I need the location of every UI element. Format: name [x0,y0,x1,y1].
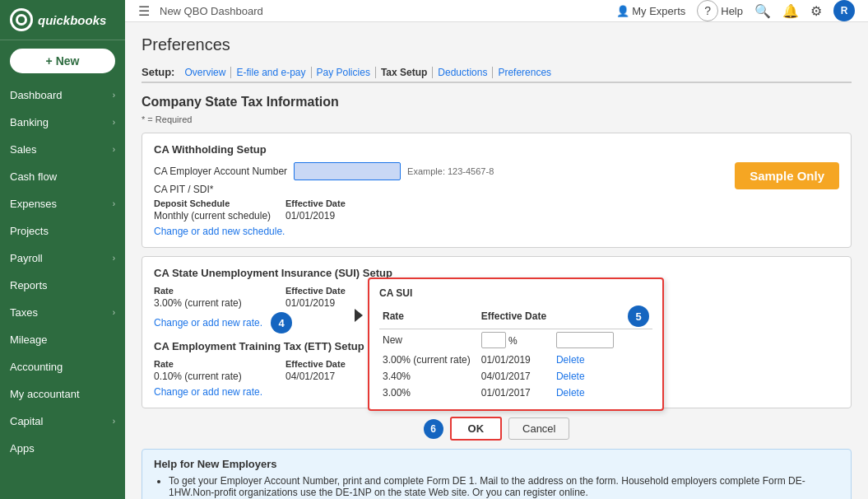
sidebar: quickbooks + New Dashboard › Banking › S… [0,0,125,499]
sui-rate-cell: 3.00% [379,385,478,401]
sidebar-item-dashboard[interactable]: Dashboard › [0,82,125,109]
deposit-schedule-header: Deposit Schedule [154,198,285,208]
sui-date-cell: 01/01/2017 [478,385,553,401]
sui-date-cell: 01/01/2019 [478,352,553,368]
logo-area: quickbooks [0,0,125,40]
sidebar-item-cashflow[interactable]: Cash flow [0,163,125,190]
help-box-list: To get your Employer Account Number, pri… [154,475,839,499]
ca-withholding-left: CA Employer Account Number Example: 123-… [154,162,726,237]
tab-overview[interactable]: Overview [179,67,231,78]
sui-popup-table: Rate Effective Date 5 Ne [379,304,652,401]
my-experts-link[interactable]: 👤 My Experts [616,5,685,17]
sui-table-row: 3.00% 01/01/2017 Delete [379,385,652,401]
tab-preferences[interactable]: Preferences [493,67,556,78]
gear-icon[interactable]: ⚙ [810,3,822,19]
sidebar-item-reports[interactable]: Reports [0,272,125,299]
chevron-right-icon: › [113,199,115,208]
popup-rate-header: Rate [379,304,478,329]
sidebar-item-taxes[interactable]: Taxes › [0,299,125,326]
sidebar-item-sales[interactable]: Sales › [0,136,125,163]
delete-link-2[interactable]: Delete [556,387,585,399]
ok-cancel-row: 6 OK Cancel [142,417,852,441]
badge-six: 6 [424,419,443,439]
main-content: ☰ New QBO Dashboard 👤 My Experts ? Help … [125,0,868,499]
sidebar-item-payroll[interactable]: Payroll › [0,245,125,272]
ett-rate-header: Rate [154,359,285,369]
sidebar-item-label: Mileage [10,333,48,346]
new-button[interactable]: + New [10,49,115,73]
topbar-icons: 👤 My Experts ? Help 🔍 🔔 ⚙ R [616,0,855,21]
sidebar-item-label: Apps [10,442,35,455]
sidebar-item-apps[interactable]: Apps [0,435,125,462]
sui-table-row: 3.40% 04/01/2017 Delete [379,368,652,385]
employer-account-label: CA Employer Account Number [154,166,287,177]
sidebar-item-capital[interactable]: Capital › [0,408,125,435]
new-rate-input[interactable] [481,332,506,348]
question-icon: ? [697,0,718,21]
delete-link-1[interactable]: Delete [556,371,585,382]
sidebar-item-projects[interactable]: Projects [0,217,125,245]
sidebar-item-expenses[interactable]: Expenses › [0,190,125,217]
sidebar-item-mileage[interactable]: Mileage [0,326,125,353]
pit-sdi-row: CA PIT / SDI* [154,184,726,195]
employer-account-input[interactable] [294,162,401,180]
popup-date-header: Effective Date [478,304,553,329]
sidebar-item-label: Banking [10,116,49,128]
new-label: New [383,334,402,346]
person-icon: 👤 [616,5,629,17]
effective-date-value: 01/01/2019 [285,210,384,222]
effective-date-header: Effective Date [285,198,384,208]
change-schedule-link[interactable]: Change or add new schedule. [154,226,285,237]
schedule-value: Monthly (current schedule) [154,210,285,222]
bell-icon[interactable]: 🔔 [782,3,799,19]
tab-efile[interactable]: E-file and e-pay [231,67,311,78]
ca-withholding-title: CA Withholding Setup [154,143,839,156]
delete-link-0[interactable]: Delete [556,354,585,366]
ett-change-link[interactable]: Change or add new rate. [154,386,262,398]
sample-only-button[interactable]: Sample Only [735,162,839,189]
chevron-right-icon: › [113,308,115,317]
pct-symbol: % [508,335,518,347]
tab-deductions[interactable]: Deductions [433,67,493,78]
sidebar-item-label: Payroll [10,252,43,264]
hamburger-icon[interactable]: ☰ [138,3,150,19]
cancel-button[interactable]: Cancel [508,417,569,440]
sidebar-item-label: My accountant [10,388,80,400]
tab-pay-policies[interactable]: Pay Policies [312,67,376,78]
chevron-right-icon: › [113,118,115,127]
chevron-right-icon: › [113,254,115,263]
sui-rate-cell: 3.00% (current rate) [379,352,478,368]
sidebar-item-label: Cash flow [10,170,57,183]
svg-point-2 [18,16,25,23]
tab-tax-setup[interactable]: Tax Setup [376,67,433,78]
sidebar-item-label: Accounting [10,361,63,373]
ett-current-rate: 0.10% (current rate) [154,371,285,382]
sidebar-item-label: Reports [10,279,48,291]
chevron-right-icon: › [113,417,115,426]
sidebar-item-my-accountant[interactable]: My accountant [0,380,125,408]
pit-sdi-label: CA PIT / SDI* [154,184,213,195]
ca-sui-card: CA State Unemployment Insurance (SUI) Se… [142,256,852,408]
sidebar-nav: Dashboard › Banking › Sales › Cash flow … [0,82,125,499]
chevron-right-icon: › [113,91,115,100]
sui-new-row: New % [379,329,652,352]
user-avatar[interactable]: R [833,0,855,21]
sidebar-item-label: Taxes [10,306,38,319]
sui-container: Rate Effective Date 3.00% (current rate)… [154,286,839,398]
ok-button[interactable]: OK [450,417,503,441]
search-icon[interactable]: 🔍 [754,3,771,19]
sidebar-item-label: Sales [10,143,37,156]
sui-change-link[interactable]: Change or add new rate. [154,317,262,329]
required-note: * = Required [142,114,852,124]
sidebar-item-label: Capital [10,415,43,427]
sui-current-rate: 3.00% (current rate) [154,297,285,309]
help-link[interactable]: ? Help [697,0,743,21]
ca-withholding-body: CA Employer Account Number Example: 123-… [154,162,839,237]
sidebar-item-banking[interactable]: Banking › [0,109,125,136]
sidebar-item-accounting[interactable]: Accounting [0,353,125,380]
help-bullet-0: To get your Employer Account Number, pri… [169,475,839,498]
new-date-input[interactable] [556,332,614,348]
setup-label: Setup: [142,66,174,78]
ca-withholding-card: CA Withholding Setup CA Employer Account… [142,133,852,248]
help-box-title: Help for New Employers [154,458,839,470]
